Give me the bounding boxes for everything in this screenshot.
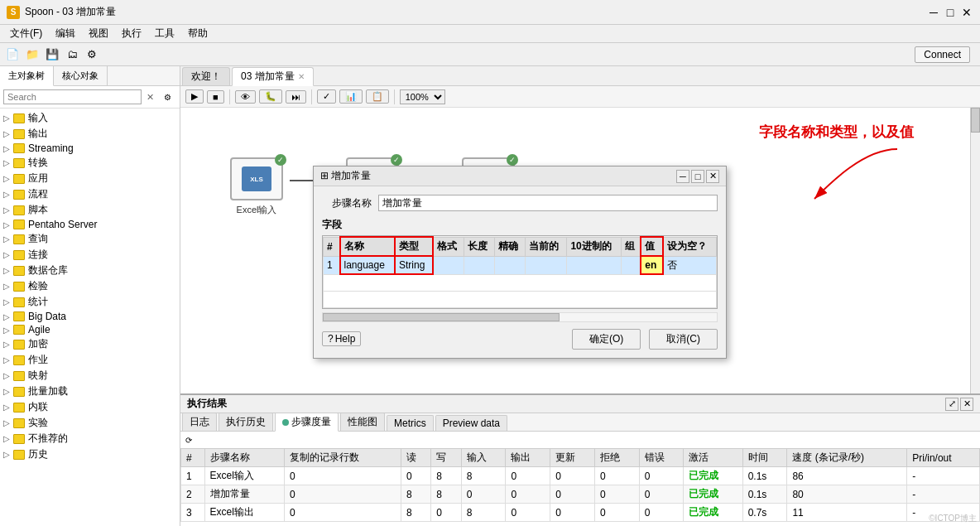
save-button[interactable]: 💾 bbox=[43, 46, 61, 64]
new-button[interactable]: 📄 bbox=[3, 46, 22, 64]
tree-item-output[interactable]: ▷ 输出 bbox=[0, 126, 180, 142]
copy-button[interactable]: 📋 bbox=[366, 89, 389, 104]
save-all-button[interactable]: 🗂 bbox=[63, 46, 81, 64]
tree-item-input[interactable]: ▷ 输入 bbox=[0, 110, 180, 126]
menu-file[interactable]: 文件(F) bbox=[3, 25, 49, 42]
scrollbar-thumb bbox=[323, 313, 560, 321]
menu-tools[interactable]: 工具 bbox=[148, 25, 181, 42]
exec-toolbar-small: ⟳ bbox=[180, 432, 980, 448]
node-excel-input[interactable]: XLS ✓ Excel输入 bbox=[230, 157, 283, 216]
tab-perf-chart[interactable]: 性能图 bbox=[340, 413, 385, 431]
tab-welcome[interactable]: 欢迎！ bbox=[182, 67, 230, 85]
tree-item-encrypt[interactable]: ▷ 加密 bbox=[0, 336, 180, 352]
tab-main-objects[interactable]: 主对象树 bbox=[0, 66, 54, 86]
exec-cell-reject: 0 bbox=[594, 504, 639, 522]
help-button[interactable]: ? Help bbox=[322, 331, 361, 346]
tree-item-history[interactable]: ▷ 历史 bbox=[0, 446, 180, 462]
connect-button[interactable]: Connect bbox=[915, 46, 970, 63]
folder-icon bbox=[13, 158, 25, 168]
dialog-maximize-button[interactable]: □ bbox=[691, 170, 704, 183]
exec-row-1[interactable]: 1 Excel输入 0 0 8 8 0 0 0 0 已完成 bbox=[181, 467, 980, 485]
horizontal-scrollbar[interactable] bbox=[322, 312, 718, 322]
exec-cell-read: 8 bbox=[401, 504, 430, 522]
exec-cell-name: 增加常量 bbox=[204, 485, 284, 504]
tree-item-streaming[interactable]: ▷ Streaming bbox=[0, 142, 180, 155]
step-run-button[interactable]: ⏭ bbox=[286, 90, 306, 104]
tree-item-stats[interactable]: ▷ 统计 bbox=[0, 294, 180, 310]
tree-item-mapping[interactable]: ▷ 映射 bbox=[0, 368, 180, 384]
tree-label: 查询 bbox=[28, 232, 48, 246]
tab-transform[interactable]: 03 增加常量 ✕ bbox=[232, 67, 314, 86]
debug-button[interactable]: 🐛 bbox=[259, 89, 282, 104]
tree-item-experiment[interactable]: ▷ 实验 bbox=[0, 415, 180, 431]
tree-item-agile[interactable]: ▷ Agile bbox=[0, 323, 180, 336]
cancel-button[interactable]: 取消(C) bbox=[649, 329, 718, 350]
tab-exec-history[interactable]: 执行历史 bbox=[219, 413, 273, 431]
zoom-select[interactable]: 100% 75% 150% bbox=[400, 89, 445, 104]
exec-row-3[interactable]: 3 Excel输出 0 8 0 8 0 0 0 0 已完成 bbox=[181, 504, 980, 522]
maximize-button[interactable]: □ bbox=[944, 6, 957, 19]
vertical-scrollbar[interactable] bbox=[970, 108, 980, 393]
preview-button[interactable]: 👁 bbox=[235, 90, 256, 104]
node-check-icon: ✓ bbox=[507, 154, 518, 166]
tree-item-pentaho[interactable]: ▷ Pentaho Server bbox=[0, 218, 180, 231]
bottom-expand-button[interactable]: ⤢ bbox=[945, 398, 958, 411]
toggle-icon: ▷ bbox=[3, 355, 13, 364]
folder-icon bbox=[13, 311, 25, 321]
close-button[interactable]: ✕ bbox=[960, 6, 973, 19]
tab-core-objects[interactable]: 核心对象 bbox=[54, 66, 108, 85]
menu-run[interactable]: 执行 bbox=[115, 25, 148, 42]
menu-view[interactable]: 视图 bbox=[82, 25, 115, 42]
tree-item-bulk[interactable]: ▷ 批量加载 bbox=[0, 384, 180, 399]
tree-item-bigdata[interactable]: ▷ Big Data bbox=[0, 310, 180, 323]
tree-item-deprecated[interactable]: ▷ 不推荐的 bbox=[0, 431, 180, 446]
canvas-area[interactable]: XLS ✓ Excel输入 ▶ bbox=[180, 108, 980, 393]
menu-help[interactable]: 帮助 bbox=[181, 25, 214, 42]
tree-label: 加密 bbox=[28, 337, 48, 351]
analyze-button[interactable]: 📊 bbox=[339, 89, 363, 104]
title-bar: S Spoon - 03 增加常量 ─ □ ✕ bbox=[0, 0, 980, 25]
tree-item-query[interactable]: ▷ 查询 bbox=[0, 231, 180, 247]
search-input[interactable] bbox=[3, 89, 142, 104]
tree-label: 批量加载 bbox=[28, 384, 68, 398]
open-button[interactable]: 📁 bbox=[23, 46, 41, 64]
tree-item-transform[interactable]: ▷ 转换 bbox=[0, 155, 180, 171]
dialog-minimize-button[interactable]: ─ bbox=[676, 170, 689, 183]
table-row[interactable]: 1 language String bbox=[324, 256, 717, 274]
col-type: 类型 bbox=[395, 237, 433, 256]
exec-refresh-button[interactable]: ⟳ bbox=[182, 433, 195, 446]
bottom-close-button[interactable]: ✕ bbox=[960, 398, 973, 411]
exec-cell-input: 0 bbox=[461, 485, 506, 504]
exec-cell-input: 8 bbox=[461, 467, 506, 485]
tab-close-icon[interactable]: ✕ bbox=[298, 72, 305, 81]
tree-item-flow[interactable]: ▷ 流程 bbox=[0, 186, 180, 202]
tab-step-metrics[interactable]: 步骤度量 bbox=[275, 413, 339, 432]
tree-item-connect[interactable]: ▷ 连接 bbox=[0, 247, 180, 263]
run-button[interactable]: ▶ bbox=[185, 89, 204, 104]
step-name-input[interactable] bbox=[378, 195, 718, 211]
tree-item-dw[interactable]: ▷ 数据仓库 bbox=[0, 263, 180, 278]
tab-metrics[interactable]: Metrics bbox=[387, 415, 434, 431]
tab-metrics-label: Metrics bbox=[394, 417, 426, 429]
dialog-close-button[interactable]: ✕ bbox=[706, 170, 719, 183]
minimize-button[interactable]: ─ bbox=[927, 6, 940, 19]
tree-item-job[interactable]: ▷ 作业 bbox=[0, 352, 180, 368]
folder-icon bbox=[13, 250, 25, 260]
toggle-icon: ▷ bbox=[3, 418, 13, 427]
check-button[interactable]: ✓ bbox=[317, 89, 336, 104]
search-clear-button[interactable]: ✕ bbox=[143, 90, 156, 104]
ok-button[interactable]: 确定(O) bbox=[572, 329, 641, 350]
tab-preview-data[interactable]: Preview data bbox=[435, 415, 507, 431]
search-options-button[interactable]: ⚙ bbox=[158, 88, 176, 106]
execution-table: # 步骤名称 复制的记录行数 读 写 输入 输出 更新 拒绝 错误 激活 bbox=[180, 448, 980, 522]
tree-item-app[interactable]: ▷ 应用 bbox=[0, 171, 180, 186]
tree-item-inline[interactable]: ▷ 内联 bbox=[0, 399, 180, 415]
toggle-icon: ▷ bbox=[3, 266, 13, 275]
settings-button[interactable]: ⚙ bbox=[83, 46, 101, 64]
tree-item-script[interactable]: ▷ 脚本 bbox=[0, 202, 180, 218]
exec-row-2[interactable]: 2 增加常量 0 8 8 0 0 0 0 0 已完成 bbox=[181, 485, 980, 504]
menu-edit[interactable]: 编辑 bbox=[49, 25, 82, 42]
tab-log[interactable]: 日志 bbox=[182, 413, 217, 431]
stop-button[interactable]: ■ bbox=[207, 90, 224, 104]
tree-item-check[interactable]: ▷ 检验 bbox=[0, 278, 180, 294]
